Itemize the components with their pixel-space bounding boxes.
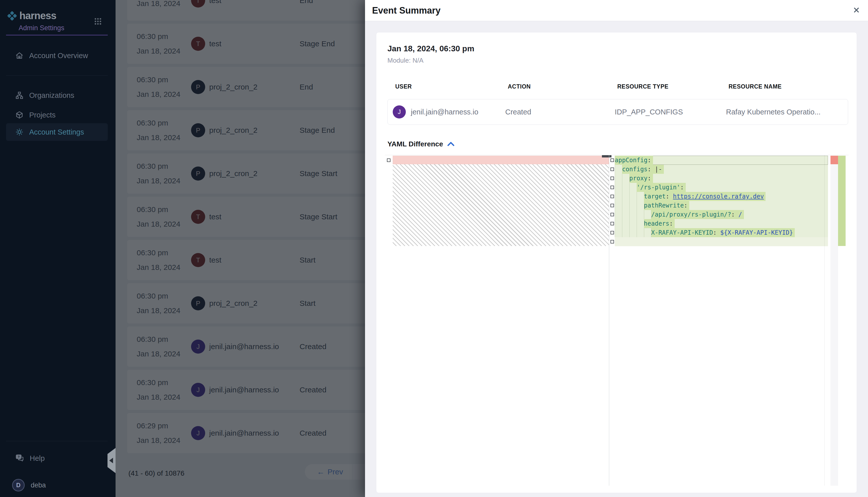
close-icon[interactable] bbox=[850, 4, 863, 16]
diff-line-marker bbox=[610, 204, 614, 207]
gear-icon bbox=[15, 128, 24, 136]
cell-resource-name: Rafay Kubernetes Operatio... bbox=[726, 108, 848, 116]
diff-line-marker bbox=[610, 195, 614, 198]
user-avatar: D bbox=[12, 479, 25, 492]
harness-logo: harness bbox=[7, 10, 56, 22]
module-subtitle: Admin Settings bbox=[19, 24, 65, 32]
user-email: jenil.jain@harness.io bbox=[411, 108, 478, 116]
sidebar-item-label: Account Overview bbox=[29, 52, 88, 60]
yaml-difference-toggle[interactable]: YAML Difference bbox=[387, 140, 455, 148]
app-switcher-grid-icon[interactable] bbox=[94, 17, 102, 26]
diff-code-line: /api/proxy/rs-plugin/?: / bbox=[615, 210, 828, 219]
sidebar-item-label: Projects bbox=[29, 111, 56, 119]
diff-code-line: proxy: bbox=[615, 174, 828, 183]
harness-logo-icon bbox=[7, 11, 17, 21]
home-icon bbox=[15, 51, 24, 60]
table-header-row: USER ACTION RESOURCE TYPE RESOURCE NAME bbox=[387, 83, 848, 90]
user-name: deba bbox=[31, 481, 46, 489]
yaml-diff-editor[interactable]: appConfig:configs: |-proxy:'/rs-plugin':… bbox=[385, 155, 849, 486]
event-summary-card: Jan 18, 2024, 06:30 pm Module: N/A USER … bbox=[376, 32, 857, 493]
diff-right-pane: appConfig:configs: |-proxy:'/rs-plugin':… bbox=[615, 156, 828, 246]
col-header-resource-name: RESOURCE NAME bbox=[729, 83, 848, 90]
avatar: J bbox=[393, 105, 406, 118]
org-icon bbox=[15, 91, 24, 100]
event-detail-table: USER ACTION RESOURCE TYPE RESOURCE NAME … bbox=[387, 83, 848, 125]
cell-action: Created bbox=[505, 108, 615, 116]
logo-text: harness bbox=[19, 10, 56, 22]
deleted-line-bar bbox=[393, 156, 609, 164]
sidebar-item-account-overview[interactable]: Account Overview bbox=[6, 48, 108, 63]
event-datetime: Jan 18, 2024, 06:30 pm bbox=[387, 44, 474, 53]
diff-code-line: target: https://console.rafay.dev bbox=[615, 192, 828, 201]
diff-code-line: X-RAFAY-API-KEYID: ${X-RAFAY-API-KEYID} bbox=[615, 228, 828, 237]
sidebar-item-account-settings[interactable]: Account Settings bbox=[6, 123, 108, 141]
col-header-resource-type: RESOURCE TYPE bbox=[617, 83, 729, 90]
col-header-user: USER bbox=[395, 83, 508, 90]
diff-line-marker bbox=[610, 222, 614, 225]
diff-line-marker bbox=[610, 168, 614, 171]
diff-left-line-marker bbox=[387, 158, 390, 162]
chevron-up-icon bbox=[447, 142, 455, 147]
sidebar: harness Admin Settings Account OverviewO… bbox=[0, 0, 115, 497]
col-header-action: ACTION bbox=[508, 83, 617, 90]
cube-icon bbox=[15, 111, 24, 119]
diff-code-line: appConfig: bbox=[615, 156, 828, 165]
overview-ruler-added-marker bbox=[838, 156, 845, 246]
yaml-difference-label: YAML Difference bbox=[387, 140, 443, 148]
user-menu[interactable]: D deba bbox=[6, 478, 108, 493]
sidebar-item-organizations[interactable]: Organizations bbox=[6, 87, 108, 103]
diff-code-line: headers: bbox=[615, 219, 828, 228]
diff-left-pane bbox=[393, 155, 609, 486]
collapse-arrow-icon bbox=[109, 458, 113, 463]
sidebar-item-label: Organizations bbox=[29, 91, 74, 100]
help-chat-icon: ? bbox=[15, 454, 24, 463]
sidebar-item-label: Account Settings bbox=[29, 128, 84, 136]
diff-code-line: configs: |- bbox=[615, 165, 828, 174]
diff-right-gutter bbox=[610, 155, 615, 486]
table-row: J jenil.jain@harness.io Created IDP_APP_… bbox=[387, 99, 848, 125]
drawer-header: Event Summary bbox=[365, 0, 868, 21]
cell-resource-type: IDP_APP_CONFIGS bbox=[615, 108, 726, 116]
diff-line-marker bbox=[610, 176, 614, 180]
sidebar-item-projects[interactable]: Projects bbox=[6, 107, 108, 123]
diff-code-line bbox=[615, 237, 828, 246]
diff-line-marker bbox=[610, 213, 614, 216]
svg-text:?: ? bbox=[18, 455, 19, 459]
overview-ruler-deleted-marker bbox=[830, 156, 838, 164]
diff-line-marker bbox=[610, 186, 614, 189]
sidebar-accent-rule bbox=[6, 35, 108, 36]
diff-missing-region-hatch bbox=[393, 164, 609, 246]
diff-line-marker bbox=[610, 158, 614, 162]
cell-user: J jenil.jain@harness.io bbox=[393, 105, 505, 118]
diff-line-marker bbox=[610, 240, 614, 243]
diff-code-line: pathRewrite: bbox=[615, 201, 828, 210]
sidebar-divider bbox=[6, 75, 108, 76]
yaml-target-link[interactable]: https://console.rafay.dev bbox=[673, 193, 764, 200]
diff-scrollbar-track[interactable] bbox=[830, 156, 838, 486]
help-label: Help bbox=[30, 454, 45, 463]
diff-line-marker bbox=[610, 231, 614, 235]
sidebar-item-help[interactable]: ? Help bbox=[6, 451, 108, 466]
event-module: Module: N/A bbox=[387, 57, 424, 65]
diff-code-line: '/rs-plugin': bbox=[615, 183, 828, 192]
event-summary-drawer: Event Summary Jan 18, 2024, 06:30 pm Mod… bbox=[365, 0, 868, 497]
drawer-title: Event Summary bbox=[372, 0, 441, 21]
